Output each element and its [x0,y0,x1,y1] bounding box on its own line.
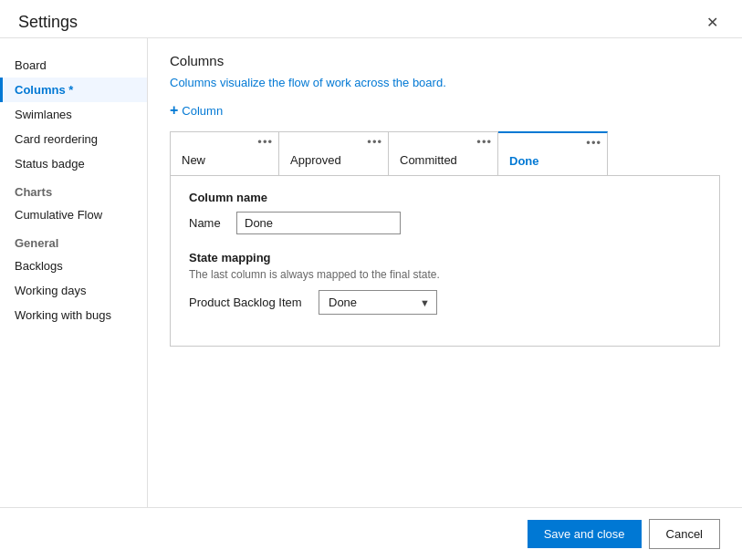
sidebar-item-status-badge[interactable]: Status badge [0,151,147,176]
tab-approved-label: Approved [279,151,388,174]
tab-new[interactable]: ••• New [170,131,279,175]
sidebar-item-working-with-bugs[interactable]: Working with bugs [0,303,147,327]
tab-done-menu-icon[interactable]: ••• [586,136,601,150]
dialog-body: Board Columns * Swimlanes Card reorderin… [0,38,742,507]
tab-done-label: Done [498,152,607,175]
sidebar-item-cumulative-flow[interactable]: Cumulative Flow [0,202,147,227]
column-name-row: Name [189,212,701,234]
section-heading: Columns [170,53,720,68]
panel-body: Column name Name State mapping The last … [170,175,720,347]
sidebar-item-board[interactable]: Board [0,53,147,78]
column-name-title: Column name [189,191,701,204]
add-column-button[interactable]: + Column [170,102,223,119]
sidebar-item-columns[interactable]: Columns * [0,78,147,102]
close-button[interactable]: ✕ [701,14,724,32]
plus-icon: + [170,102,178,119]
sidebar: Board Columns * Swimlanes Card reorderin… [0,38,148,507]
column-name-group: Column name Name [189,191,701,234]
sidebar-section-general: General [0,227,147,254]
dialog-footer: Save and close Cancel [0,507,742,560]
product-backlog-label: Product Backlog Item [189,296,308,309]
save-and-close-button[interactable]: Save and close [528,520,642,548]
dialog-title: Settings [18,13,78,32]
tab-committed-label: Committed [389,151,497,174]
state-mapping-group: State mapping The last column is always … [189,251,701,315]
tab-approved-top: ••• [279,132,388,151]
tab-committed[interactable]: ••• Committed [389,131,498,175]
sidebar-item-swimlanes[interactable]: Swimlanes [0,102,147,127]
product-backlog-select[interactable]: Done Active Resolved Closed [319,290,437,315]
columns-tabs: ••• New ••• Approved ••• Committed [170,131,720,175]
tab-done[interactable]: ••• Done [498,131,608,175]
state-row: Product Backlog Item Done Active Resolve… [189,290,701,315]
tab-new-label: New [171,151,278,174]
settings-dialog: Settings ✕ Board Columns * Swimlanes Car… [0,0,742,560]
state-mapping-desc: The last column is always mapped to the … [189,268,701,281]
state-mapping-title: State mapping [189,251,701,264]
tab-committed-menu-icon[interactable]: ••• [476,135,492,149]
select-wrapper: Done Active Resolved Closed ▼ [319,290,437,315]
add-column-label: Column [182,104,223,118]
sidebar-section-charts: Charts [0,176,147,202]
sidebar-item-backlogs[interactable]: Backlogs [0,254,147,278]
cancel-button[interactable]: Cancel [649,519,720,549]
tab-committed-top: ••• [389,132,497,151]
sidebar-item-card-reordering[interactable]: Card reordering [0,127,147,151]
tab-done-top: ••• [498,133,607,152]
main-content: Columns Columns visualize the flow of wo… [148,38,742,507]
sidebar-item-working-days[interactable]: Working days [0,278,147,303]
tab-approved-menu-icon[interactable]: ••• [367,135,382,149]
name-label: Name [189,216,225,230]
tab-approved[interactable]: ••• Approved [279,131,389,175]
tab-new-menu-icon[interactable]: ••• [257,135,273,149]
column-name-input[interactable] [236,212,401,234]
description-text: Columns visualize the flow of work acros… [170,76,720,89]
tab-new-top: ••• [171,132,278,151]
dialog-header: Settings ✕ [0,0,742,38]
